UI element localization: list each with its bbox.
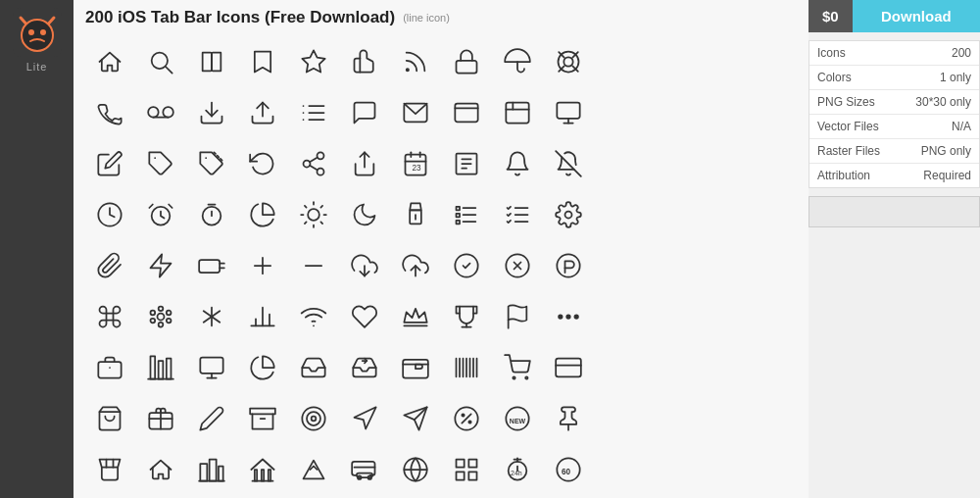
icon-moon[interactable] xyxy=(340,190,389,239)
icon-check[interactable] xyxy=(442,241,491,290)
icon-sun[interactable] xyxy=(289,190,338,239)
icon-bookmark[interactable] xyxy=(238,37,287,86)
icon-timer[interactable] xyxy=(187,190,236,239)
svg-point-97 xyxy=(167,311,172,316)
icon-cloud-upload[interactable] xyxy=(391,241,440,290)
svg-rect-123 xyxy=(200,358,222,374)
icon-bookshelf[interactable] xyxy=(136,343,185,392)
svg-rect-74 xyxy=(457,214,461,218)
icon-settings[interactable] xyxy=(544,190,593,239)
icon-thumbsup[interactable] xyxy=(340,37,389,86)
icon-bell-off[interactable] xyxy=(544,139,593,188)
icon-dots[interactable] xyxy=(544,292,593,341)
icon-send[interactable] xyxy=(391,394,440,443)
icon-home[interactable] xyxy=(85,37,134,86)
icon-cityscape[interactable] xyxy=(187,445,236,494)
icon-archive[interactable] xyxy=(238,394,287,443)
icon-outbox[interactable] xyxy=(340,343,389,392)
icon-inbox[interactable] xyxy=(289,343,338,392)
icon-mountain[interactable] xyxy=(289,445,338,494)
icon-pin[interactable] xyxy=(544,394,593,443)
icon-chat[interactable] xyxy=(340,88,389,137)
icon-navigation[interactable] xyxy=(340,394,389,443)
svg-rect-81 xyxy=(199,260,220,273)
icon-share2[interactable] xyxy=(340,139,389,188)
info-value: 30*30 only xyxy=(915,95,971,109)
icon-calendar[interactable]: 23 xyxy=(391,139,440,188)
icon-gift[interactable] xyxy=(136,394,185,443)
icon-percent[interactable] xyxy=(442,394,491,443)
icon-60[interactable]: 60 xyxy=(544,445,593,494)
icon-flag[interactable] xyxy=(493,292,542,341)
icon-download[interactable] xyxy=(187,88,236,137)
icon-lifebuoy[interactable] xyxy=(544,37,593,86)
icon-plus[interactable] xyxy=(238,241,287,290)
icon-creditcard[interactable] xyxy=(544,343,593,392)
icon-clock[interactable] xyxy=(85,190,134,239)
icon-monitor[interactable] xyxy=(544,88,593,137)
icon-list2[interactable] xyxy=(442,190,491,239)
icon-asterisk[interactable] xyxy=(187,292,236,341)
icon-target[interactable] xyxy=(289,394,338,443)
icon-window[interactable] xyxy=(493,88,542,137)
icon-share[interactable] xyxy=(289,139,338,188)
icon-star[interactable] xyxy=(289,37,338,86)
icon-paperclip[interactable] xyxy=(85,241,134,290)
icon-wifi[interactable] xyxy=(289,292,338,341)
icon-bolt[interactable] xyxy=(136,241,185,290)
icon-new-badge[interactable]: NEW xyxy=(493,394,542,443)
icon-trophy[interactable] xyxy=(442,292,491,341)
icon-store[interactable] xyxy=(85,445,134,494)
icon-wallet[interactable] xyxy=(391,343,440,392)
icon-list[interactable] xyxy=(289,88,338,137)
icon-briefcase[interactable] xyxy=(85,343,134,392)
icon-shoppingbag[interactable] xyxy=(85,394,134,443)
icon-lock[interactable] xyxy=(442,37,491,86)
icon-edit[interactable] xyxy=(85,139,134,188)
svg-rect-120 xyxy=(159,361,164,379)
icon-rss[interactable] xyxy=(391,37,440,86)
icon-cloud-download[interactable] xyxy=(340,241,389,290)
icon-mail[interactable] xyxy=(391,88,440,137)
icon-browser[interactable] xyxy=(442,88,491,137)
icon-search[interactable] xyxy=(136,37,185,86)
icon-plane[interactable] xyxy=(391,445,440,494)
icon-pie2[interactable] xyxy=(238,343,287,392)
icon-landmark[interactable] xyxy=(238,445,287,494)
icon-car[interactable] xyxy=(340,445,389,494)
icon-cart[interactable] xyxy=(493,343,542,392)
icon-x[interactable] xyxy=(493,241,542,290)
icon-news[interactable] xyxy=(442,139,491,188)
icon-p-badge[interactable] xyxy=(544,241,593,290)
icon-tag[interactable] xyxy=(136,139,185,188)
icon-house[interactable] xyxy=(136,445,185,494)
icon-grid[interactable] xyxy=(442,445,491,494)
icon-minus[interactable] xyxy=(289,241,338,290)
icon-alarm[interactable] xyxy=(136,190,185,239)
icon-barcode[interactable] xyxy=(442,343,491,392)
icon-refresh[interactable] xyxy=(238,139,287,188)
icon-checklist[interactable] xyxy=(493,190,542,239)
icon-writingtool[interactable] xyxy=(187,394,236,443)
icon-upload[interactable] xyxy=(238,88,287,137)
icon-flower[interactable] xyxy=(136,292,185,341)
icon-battery[interactable] xyxy=(187,241,236,290)
download-button[interactable]: Download xyxy=(853,0,980,32)
icon-heart[interactable] xyxy=(340,292,389,341)
icon-tags[interactable] xyxy=(187,139,236,188)
icon-book[interactable] xyxy=(187,37,236,86)
icon-barchart[interactable] xyxy=(238,292,287,341)
svg-rect-165 xyxy=(255,470,257,481)
icon-bell[interactable] xyxy=(493,139,542,188)
icon-umbrella[interactable] xyxy=(493,37,542,86)
search-input-placeholder[interactable] xyxy=(808,196,980,227)
sidebar: Lite xyxy=(0,0,74,498)
icon-voicemail[interactable] xyxy=(136,88,185,137)
icon-timer2[interactable]: 24h xyxy=(493,445,542,494)
icon-pie[interactable] xyxy=(238,190,287,239)
icon-presentation[interactable] xyxy=(187,343,236,392)
icon-command[interactable] xyxy=(85,292,134,341)
icon-phone[interactable] xyxy=(85,88,134,137)
icon-crown[interactable] xyxy=(391,292,440,341)
icon-flashlight[interactable] xyxy=(391,190,440,239)
